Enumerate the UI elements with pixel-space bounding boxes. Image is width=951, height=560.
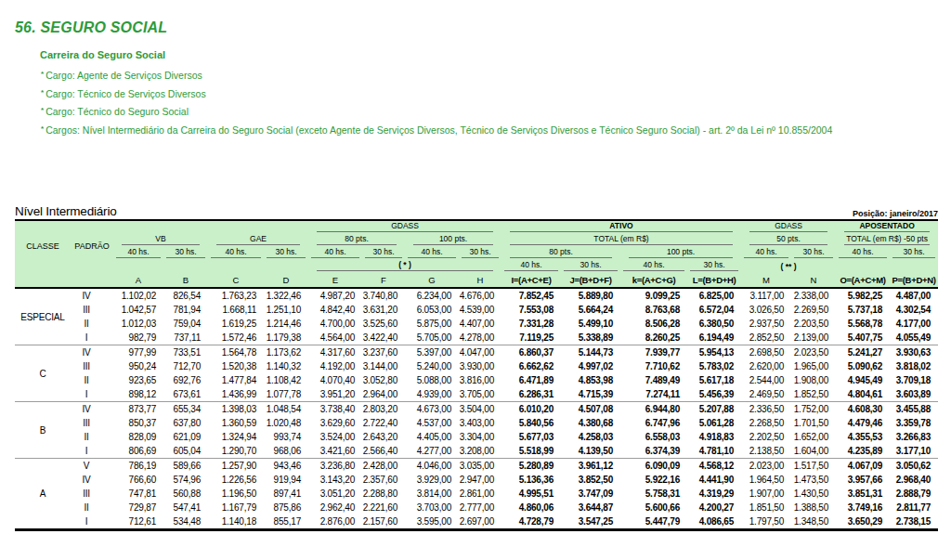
value-cell: 1.908,00: [791, 373, 836, 387]
value-cell: 655,34: [163, 402, 208, 417]
value-cell: 2.202,50: [741, 430, 791, 444]
col-header-40hs: 40 hs.: [836, 247, 890, 260]
value-cell: 4.177,00: [890, 317, 938, 331]
value-cell: 3.035,00: [459, 459, 502, 474]
value-cell: 1.668,11: [208, 303, 264, 317]
salary-table: CLASSE PADRÃO GDASS ATIVO GDASS APOSENTA…: [15, 219, 938, 531]
value-cell: 1.520,38: [208, 359, 264, 373]
value-cell: 2.221,60: [362, 501, 405, 514]
table-caption-row: Nível Intermediário Posição: janeiro/201…: [15, 204, 938, 218]
value-cell: 4.192,00: [308, 359, 362, 373]
value-cell: 547,41: [163, 501, 208, 514]
padrao-cell: I: [71, 444, 113, 459]
value-cell: 9.099,25: [620, 288, 687, 303]
value-cell: 2.566,40: [362, 444, 405, 459]
value-cell: 560,88: [163, 487, 208, 501]
value-cell: 737,11: [163, 331, 208, 345]
padrao-cell: I: [71, 514, 113, 530]
table-row: I982,79737,111.572,461.179,384.564,003.4…: [15, 331, 938, 345]
value-cell: 8.763,68: [620, 303, 687, 317]
value-cell: 2.620,00: [741, 359, 791, 373]
value-cell: 828,09: [113, 430, 163, 444]
table-row: IV766,60574,961.226,56919,943.143,202.35…: [15, 473, 938, 487]
value-cell: 4.676,00: [459, 288, 502, 303]
value-cell: 3.547,25: [561, 514, 620, 530]
value-cell: 919,94: [264, 473, 308, 487]
value-cell: 4.804,61: [836, 387, 890, 402]
col-header-100pts: 100 pts.: [405, 234, 502, 247]
value-cell: 4.355,53: [836, 430, 890, 444]
value-cell: 1.348,50: [791, 514, 836, 530]
value-cell: 898,12: [113, 387, 163, 402]
cargo-line-text: Cargo: Agente de Serviços Diversos: [46, 70, 202, 81]
col-letter-h: H: [459, 273, 502, 288]
value-cell: 4.537,00: [405, 416, 459, 430]
table-row: I806,69605,041.290,70968,063.421,602.566…: [15, 444, 938, 459]
value-cell: 3.929,00: [405, 473, 459, 487]
value-cell: 2.876,00: [308, 514, 362, 530]
value-cell: 3.749,16: [836, 501, 890, 514]
asterisk: *: [41, 124, 44, 133]
value-cell: 2.138,50: [741, 444, 791, 459]
value-cell: 5.061,28: [687, 416, 741, 430]
padrao-cell: IV: [71, 473, 113, 487]
value-cell: 3.052,80: [362, 373, 405, 387]
cargo-line: *Cargo: Técnico de Serviços Diversos: [41, 87, 937, 100]
value-cell: 4.568,12: [687, 459, 741, 474]
col-header-40hs: 40 hs.: [405, 247, 459, 260]
value-cell: 2.023,50: [791, 345, 836, 360]
value-cell: 4.317,60: [308, 345, 362, 360]
value-cell: 5.397,00: [405, 345, 459, 360]
value-cell: 3.631,20: [362, 303, 405, 317]
padrao-cell: III: [71, 359, 113, 373]
padrao-cell: III: [71, 416, 113, 430]
value-cell: 2.698,50: [741, 345, 791, 360]
value-cell: 897,41: [264, 487, 308, 501]
col-header-30hs: 30 hs.: [362, 247, 405, 260]
value-cell: 5.136,36: [502, 473, 561, 487]
value-cell: 5.783,02: [687, 359, 741, 373]
value-cell: 733,51: [163, 345, 208, 360]
col-header-aposentado: APOSENTADO: [836, 220, 938, 234]
col-formula-p: P=(B+D+N): [890, 273, 938, 288]
value-cell: 766,60: [113, 473, 163, 487]
document-page: 56. SEGURO SOCIAL Carreira do Seguro Soc…: [0, 0, 951, 560]
value-cell: 8.260,25: [620, 331, 687, 345]
value-cell: 3.422,40: [362, 331, 405, 345]
value-cell: 5.090,62: [836, 359, 890, 373]
value-cell: 850,37: [113, 416, 163, 430]
col-header-40hs: 40 hs.: [741, 247, 791, 260]
value-cell: 3.050,62: [890, 459, 938, 474]
value-cell: 5.840,56: [502, 416, 561, 430]
header-spacer: [15, 273, 113, 288]
value-cell: 1.042,57: [113, 303, 163, 317]
col-header-ativo: ATIVO: [502, 220, 741, 234]
value-cell: 875,86: [264, 501, 308, 514]
col-header-gae: GAE: [208, 234, 308, 247]
classe-cell: ESPECIAL: [15, 288, 71, 345]
col-header-total: TOTAL (em R$): [502, 234, 741, 247]
value-cell: 712,61: [113, 514, 163, 530]
value-cell: 5.241,27: [836, 345, 890, 360]
value-cell: 1.763,23: [208, 288, 264, 303]
value-cell: 1.360,59: [208, 416, 264, 430]
padrao-cell: I: [71, 387, 113, 402]
classe-cell: A: [15, 459, 71, 530]
value-cell: 2.722,40: [362, 416, 405, 430]
value-cell: 7.119,25: [502, 331, 561, 345]
value-cell: 534,48: [163, 514, 208, 530]
value-cell: 692,76: [163, 373, 208, 387]
value-cell: 1.430,50: [791, 487, 836, 501]
value-cell: 2.336,50: [741, 402, 791, 417]
value-cell: 1.619,25: [208, 317, 264, 331]
value-cell: 2.697,00: [459, 514, 502, 530]
value-cell: 3.051,20: [308, 487, 362, 501]
value-cell: 3.117,00: [741, 288, 791, 303]
value-cell: 2.852,50: [741, 331, 791, 345]
value-cell: 4.278,00: [459, 331, 502, 345]
value-cell: 3.236,80: [308, 459, 362, 474]
header-spacer: [836, 260, 938, 273]
value-cell: 4.405,00: [405, 430, 459, 444]
value-cell: 1.257,90: [208, 459, 264, 474]
value-cell: 1.572,46: [208, 331, 264, 345]
